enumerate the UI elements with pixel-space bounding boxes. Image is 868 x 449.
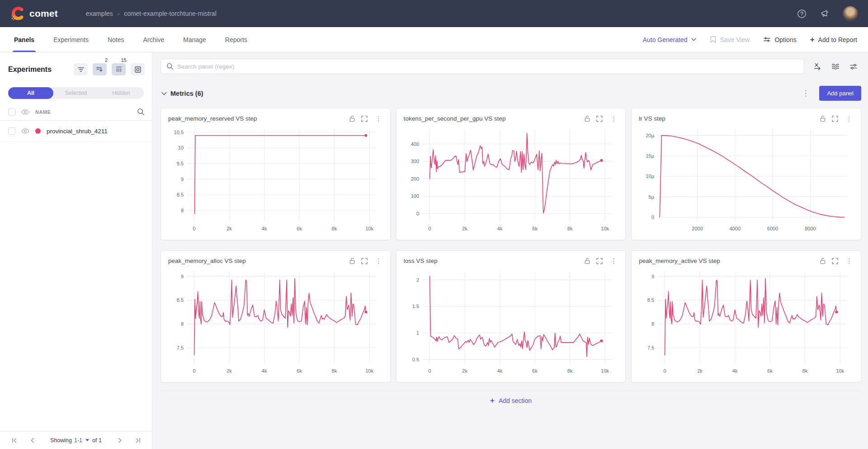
svg-text:4k: 4k	[497, 226, 502, 231]
breadcrumb-workspace[interactable]: examples	[86, 10, 113, 17]
chevron-down-icon	[691, 38, 696, 41]
first-page-button[interactable]	[6, 434, 22, 447]
experiment-checkbox[interactable]	[8, 127, 15, 135]
svg-text:2: 2	[416, 277, 419, 283]
x-axis-settings-button[interactable]	[811, 60, 824, 73]
svg-text:8.5: 8.5	[177, 297, 184, 303]
chart-canvas[interactable]: 02k4k6k8k10k7.588.59	[638, 267, 854, 377]
expand-icon[interactable]	[361, 258, 368, 264]
next-page-button[interactable]	[112, 434, 127, 447]
last-page-button[interactable]	[130, 434, 146, 447]
expand-icon[interactable]	[596, 258, 603, 264]
panel-menu-icon[interactable]: ⋮	[609, 114, 619, 123]
chart-canvas[interactable]: 02k4k6k8k10k0.511.52	[403, 267, 619, 377]
svg-text:0: 0	[416, 211, 419, 216]
top-navbar: comet examples › comet-example-torchtune…	[0, 0, 868, 27]
panel-search-input[interactable]	[177, 63, 798, 70]
search-icon	[166, 63, 174, 70]
add-section-button[interactable]: + Add section	[490, 397, 532, 404]
svg-text:4k: 4k	[497, 368, 502, 374]
svg-text:10µ: 10µ	[646, 173, 655, 179]
tab-reports[interactable]: Reports	[216, 27, 257, 52]
filter-tab-selected[interactable]: Selected	[53, 87, 99, 99]
svg-text:6k: 6k	[297, 226, 302, 231]
panel-menu-icon[interactable]: ⋮	[609, 257, 619, 265]
select-all-checkbox[interactable]	[8, 108, 15, 116]
tab-panels[interactable]: Panels	[5, 27, 44, 52]
metrics-section-header: Metrics (6) ⋮ Add panel	[161, 86, 861, 101]
panel-title: peak_memory_reserved VS step	[168, 115, 257, 122]
panel-menu-icon[interactable]: ⋮	[844, 257, 854, 265]
svg-text:20µ: 20µ	[646, 133, 655, 138]
page-range-dropdown[interactable]: 1-1	[74, 437, 82, 444]
filter-tab-hidden[interactable]: Hidden	[99, 87, 144, 99]
view-selector-label: Auto Generated	[643, 36, 688, 43]
lock-icon[interactable]	[349, 257, 355, 264]
announcements-icon[interactable]	[819, 8, 831, 19]
svg-text:8k: 8k	[567, 226, 572, 231]
visibility-all-icon[interactable]	[21, 109, 29, 115]
panel-menu-icon[interactable]: ⋮	[844, 114, 854, 123]
metric-panel: tokens_per_second_per_gpu VS step⋮02k4k6…	[396, 108, 626, 240]
lock-icon[interactable]	[820, 257, 826, 264]
svg-text:9: 9	[181, 274, 184, 279]
view-selector-dropdown[interactable]: Auto Generated	[643, 36, 696, 43]
filter-tab-all[interactable]: All	[8, 87, 53, 99]
experiment-visibility-icon[interactable]	[21, 128, 29, 134]
chart-canvas[interactable]: 200040006000800005µ10µ15µ20µ	[638, 125, 854, 235]
lock-icon[interactable]	[349, 115, 355, 122]
svg-text:10k: 10k	[365, 368, 373, 374]
breadcrumb-separator-icon: ›	[118, 10, 119, 17]
svg-text:7.5: 7.5	[177, 345, 184, 351]
svg-text:2k: 2k	[698, 368, 703, 374]
panel-title: peak_memory_active VS step	[639, 257, 720, 264]
chart-display-settings-button[interactable]	[847, 60, 860, 73]
page-range-caret-icon[interactable]	[85, 439, 89, 441]
plus-icon: +	[490, 397, 495, 404]
search-experiments-icon[interactable]	[137, 108, 145, 116]
tab-manage[interactable]: Manage	[174, 27, 216, 52]
chart-canvas[interactable]: 02k4k6k8k10k0100200300400	[403, 125, 619, 235]
panel-menu-icon[interactable]: ⋮	[373, 114, 384, 123]
chart-canvas[interactable]: 02k4k6k8k10k7.588.59	[167, 267, 384, 377]
group-by-button[interactable]	[131, 63, 145, 75]
svg-text:10.5: 10.5	[174, 130, 184, 135]
breadcrumb-project[interactable]: comet-example-torchtune-mistral	[124, 10, 217, 17]
svg-text:8.5: 8.5	[647, 297, 654, 303]
collapse-section-icon[interactable]	[161, 92, 167, 95]
save-view-button[interactable]: Save View	[710, 36, 750, 43]
tab-experiments[interactable]: Experiments	[44, 27, 98, 52]
lock-icon[interactable]	[584, 257, 590, 264]
breadcrumb: examples › comet-example-torchtune-mistr…	[86, 10, 217, 17]
expand-icon[interactable]	[832, 258, 838, 264]
section-menu-button[interactable]: ⋮	[800, 89, 811, 98]
lock-icon[interactable]	[820, 115, 826, 122]
add-to-report-button[interactable]: + Add to Report	[810, 36, 857, 43]
panel-menu-icon[interactable]: ⋮	[373, 257, 384, 265]
user-avatar[interactable]	[843, 6, 858, 21]
help-icon[interactable]	[796, 8, 807, 19]
add-panel-button[interactable]: Add panel	[819, 86, 861, 101]
columns-button[interactable]: 15	[112, 63, 126, 75]
tab-archive[interactable]: Archive	[134, 27, 174, 52]
svg-text:6k: 6k	[532, 368, 538, 374]
sort-experiments-button[interactable]: 2	[93, 63, 107, 75]
prev-page-button[interactable]	[24, 434, 40, 447]
expand-icon[interactable]	[596, 116, 603, 122]
tab-notes[interactable]: Notes	[98, 27, 134, 52]
svg-text:2k: 2k	[226, 226, 232, 231]
svg-text:8: 8	[181, 208, 184, 213]
chart-canvas[interactable]: 02k4k6k8k10k88.599.51010.5	[167, 125, 384, 235]
lock-icon[interactable]	[584, 115, 590, 122]
svg-text:8.5: 8.5	[177, 192, 184, 197]
comet-logo[interactable]: comet	[10, 6, 58, 21]
expand-icon[interactable]	[361, 116, 368, 122]
expand-icon[interactable]	[832, 116, 838, 122]
filter-experiments-button[interactable]	[74, 63, 88, 75]
options-button[interactable]: Options	[763, 36, 796, 43]
filter-icon	[78, 67, 84, 72]
smoothing-button[interactable]	[829, 60, 842, 73]
experiment-row[interactable]: provincial_shrub_4211	[0, 121, 152, 142]
experiment-name[interactable]: provincial_shrub_4211	[47, 128, 108, 135]
options-label: Options	[774, 36, 796, 43]
